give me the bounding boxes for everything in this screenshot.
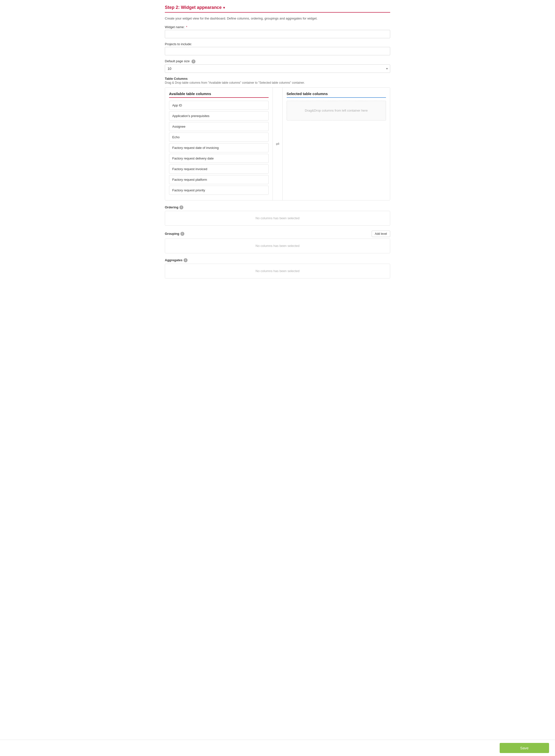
page-size-info-icon: i (191, 59, 196, 63)
list-item[interactable]: Factory request priority (169, 186, 269, 195)
transfer-icon: ⇌ (276, 141, 280, 147)
table-columns-label: Table Columns (165, 77, 390, 81)
list-item[interactable]: Factory request platform (169, 175, 269, 184)
selected-columns-container: Selected table columns Drag&Drop columns… (283, 88, 390, 200)
aggregates-label-text: Aggregates (165, 258, 183, 262)
list-item[interactable]: Application's prerequisites (169, 111, 269, 121)
projects-label-text: Projects to include: (165, 42, 192, 46)
available-columns-heading: Available table columns (169, 92, 269, 98)
widget-name-label: Widget name: * (165, 25, 390, 29)
aggregates-label-row: Aggregates i (165, 258, 390, 262)
aggregates-empty-box: No columns has been selected (165, 264, 390, 279)
grouping-empty-text: No columns has been selected (256, 244, 299, 248)
footer-bar: Save (159, 740, 396, 756)
selected-columns-heading: Selected table columns (287, 92, 386, 98)
aggregates-info-icon: i (183, 258, 187, 262)
chevron-down-icon: ▾ (223, 6, 225, 10)
list-item[interactable]: App ID (169, 101, 269, 110)
grouping-section: Grouping i Add level No columns has been… (165, 231, 390, 253)
add-level-button[interactable]: Add level (372, 231, 390, 237)
list-item[interactable]: Factory request delivery date (169, 154, 269, 163)
projects-label: Projects to include: (165, 42, 390, 46)
aggregates-label: Aggregates i (165, 258, 187, 262)
ordering-info-icon: i (179, 205, 183, 209)
transfer-arrows: ⇌ (272, 88, 283, 200)
ordering-label-row: Ordering i (165, 205, 390, 209)
ordering-empty-text: No columns has been selected (256, 216, 299, 220)
page-size-label-text: Default page size (165, 59, 189, 63)
page-size-label: Default page size i (165, 59, 390, 63)
step-header: Step 2: Widget appearance ▾ (165, 5, 390, 10)
widget-name-group: Widget name: * test 1 (165, 25, 390, 38)
step-title: Step 2: Widget appearance ▾ (165, 5, 225, 10)
grouping-label-text: Grouping (165, 232, 179, 236)
projects-input[interactable] (165, 47, 390, 55)
list-item[interactable]: Assignee (169, 122, 269, 131)
ordering-section: Ordering i No columns has been selected (165, 205, 390, 226)
list-item[interactable]: Factory request invoiced (169, 164, 269, 174)
subtitle-text: Create your widget view for the dashboar… (165, 16, 390, 20)
drop-zone-hint: Drag&Drop columns from left container he… (305, 109, 368, 112)
widget-name-label-text: Widget name: (165, 25, 184, 29)
page-size-select[interactable]: 10 25 50 100 (165, 64, 390, 73)
step-title-text: Step 2: Widget appearance (165, 5, 222, 10)
grouping-label: Grouping i (165, 232, 184, 236)
available-columns-container: Available table columns App ID Applicati… (165, 88, 272, 200)
grouping-empty-box: No columns has been selected (165, 238, 390, 253)
aggregates-empty-text: No columns has been selected (256, 269, 299, 273)
grouping-label-row: Grouping i Add level (165, 231, 390, 237)
ordering-label-text: Ordering (165, 205, 178, 209)
required-asterisk: * (186, 25, 187, 29)
ordering-empty-box: No columns has been selected (165, 211, 390, 226)
drop-zone[interactable]: Drag&Drop columns from left container he… (287, 101, 386, 121)
page-size-group: Default page size i 10 25 50 100 ▾ (165, 59, 390, 73)
table-columns-section: Table Columns Drag & Drop table columns … (165, 77, 390, 200)
widget-name-input[interactable]: test 1 (165, 30, 390, 38)
projects-group: Projects to include: (165, 42, 390, 55)
ordering-label: Ordering i (165, 205, 183, 209)
aggregates-section: Aggregates i No columns has been selecte… (165, 258, 390, 279)
list-item[interactable]: Echo (169, 133, 269, 142)
list-item[interactable]: Factory request date of invoicing (169, 143, 269, 152)
page-size-select-wrapper: 10 25 50 100 ▾ (165, 64, 390, 73)
header-divider (165, 12, 390, 13)
table-columns-hint: Drag & Drop table columns from "Availabl… (165, 81, 390, 85)
page-container: Step 2: Widget appearance ▾ Create your … (159, 0, 396, 756)
columns-wrapper: Available table columns App ID Applicati… (165, 87, 390, 200)
grouping-info-icon: i (180, 232, 184, 236)
